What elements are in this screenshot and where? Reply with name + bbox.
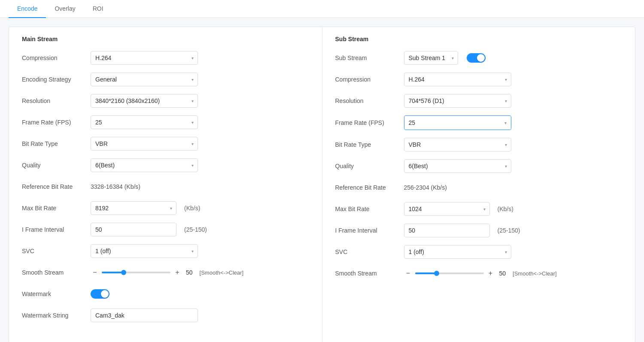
main-svc-select-wrapper: 1 (off) 2 3 4 ▾ <box>91 244 198 258</box>
sub-bit-rate-type-select-wrapper: VBR CBR ▾ <box>404 138 511 151</box>
sub-resolution-label: Resolution <box>335 97 404 104</box>
sub-compression-select[interactable]: H.264 H.265 MJPEG <box>404 73 511 86</box>
main-watermark-string-row: Watermark String <box>22 309 309 322</box>
main-max-bit-rate-label: Max Bit Rate <box>22 205 91 212</box>
main-smooth-stream-minus-button[interactable]: − <box>91 268 99 277</box>
sub-svc-select[interactable]: 1 (off) 2 3 4 <box>404 245 511 259</box>
main-frame-rate-select-wrapper: 25 15 10 5 ▾ <box>91 115 198 129</box>
tab-overlay[interactable]: Overlay <box>46 0 84 18</box>
main-bit-rate-type-label: Bit Rate Type <box>22 140 91 147</box>
main-smooth-stream-plus-button[interactable]: + <box>173 268 182 277</box>
main-smooth-stream-fill <box>102 272 122 273</box>
sub-compression-select-wrapper: H.264 H.265 MJPEG ▾ <box>404 73 511 86</box>
main-encoding-strategy-control: General Smart ▾ <box>91 73 198 86</box>
sub-i-frame-interval-input[interactable] <box>404 224 490 237</box>
main-encoding-strategy-select-wrapper: General Smart ▾ <box>91 73 198 86</box>
sub-bit-rate-type-select[interactable]: VBR CBR <box>404 138 511 151</box>
sub-bit-rate-type-label: Bit Rate Type <box>335 141 404 148</box>
sub-svc-label: SVC <box>335 248 404 255</box>
sub-frame-rate-control: 25 15 10 5 ▾ <box>404 115 511 130</box>
tab-roi[interactable]: ROI <box>84 0 112 18</box>
main-smooth-stream-label: Smooth Stream <box>22 269 91 276</box>
sub-smooth-stream-label: Smooth Stream <box>335 270 404 277</box>
sub-smooth-stream-thumb[interactable] <box>434 271 439 276</box>
sub-stream-enable-toggle[interactable] <box>467 53 486 63</box>
main-frame-rate-row: Frame Rate (FPS) 25 15 10 5 ▾ <box>22 115 309 129</box>
main-compression-select-wrapper: H.264 H.265 MJPEG ▾ <box>91 51 198 65</box>
sub-smooth-stream-plus-button[interactable]: + <box>486 269 495 278</box>
main-reference-bit-rate-row: Reference Bit Rate 3328-16384 (Kb/s) <box>22 180 309 194</box>
main-quality-select[interactable]: 6(Best) 5 4 3 2 1(Worst) <box>91 158 198 172</box>
sub-smooth-stream-fill <box>415 272 436 274</box>
main-svc-control: 1 (off) 2 3 4 ▾ <box>91 244 198 258</box>
tab-encode[interactable]: Encode <box>9 0 46 18</box>
main-encoding-strategy-row: Encoding Strategy General Smart ▾ <box>22 73 309 86</box>
main-watermark-slider <box>91 289 109 299</box>
main-compression-row: Compression H.264 H.265 MJPEG ▾ <box>22 51 309 65</box>
main-smooth-stream-track[interactable] <box>102 272 170 273</box>
content-area: Main Stream Compression H.264 H.265 MJPE… <box>0 18 644 342</box>
sub-resolution-control: 704*576 (D1) 352*288 (CIF) 640*480 ▾ <box>404 94 511 108</box>
main-max-bit-rate-unit: (Kb/s) <box>184 205 200 212</box>
main-smooth-stream-value: 50 <box>186 269 193 276</box>
main-svc-select[interactable]: 1 (off) 2 3 4 <box>91 244 198 258</box>
sub-frame-rate-select[interactable]: 25 15 10 5 <box>404 116 511 130</box>
sub-max-bit-rate-select[interactable]: 1024 512 256 <box>404 202 490 216</box>
main-max-bit-rate-select[interactable]: 8192 4096 2048 <box>91 201 176 215</box>
sub-resolution-select[interactable]: 704*576 (D1) 352*288 (CIF) 640*480 <box>404 94 511 108</box>
sub-compression-row: Compression H.264 H.265 MJPEG ▾ <box>335 73 623 86</box>
sub-reference-bit-rate-row: Reference Bit Rate 256-2304 (Kb/s) <box>335 181 623 194</box>
sub-max-bit-rate-control: 1024 512 256 ▾ (Kb/s) <box>404 202 513 216</box>
sub-smooth-stream-track[interactable] <box>415 272 484 274</box>
main-bit-rate-type-select[interactable]: VBR CBR <box>91 137 198 151</box>
main-reference-bit-rate-value: 3328-16384 (Kb/s) <box>91 183 140 190</box>
main-watermark-string-control <box>91 309 198 322</box>
sub-stream-enable-slider <box>467 53 486 63</box>
sub-svc-control: 1 (off) 2 3 4 ▾ <box>404 245 511 259</box>
main-watermark-toggle[interactable] <box>91 289 109 299</box>
sub-resolution-row: Resolution 704*576 (D1) 352*288 (CIF) 64… <box>335 94 623 108</box>
main-quality-label: Quality <box>22 162 91 169</box>
main-resolution-control: 3840*2160 (3840x2160) 2560*1440 1920*108… <box>91 94 198 108</box>
sub-i-frame-interval-row: I Frame Interval (25-150) <box>335 224 623 237</box>
sub-quality-label: Quality <box>335 163 404 169</box>
main-quality-row: Quality 6(Best) 5 4 3 2 1(Worst) ▾ <box>22 158 309 172</box>
sub-resolution-select-wrapper: 704*576 (D1) 352*288 (CIF) 640*480 ▾ <box>404 94 511 108</box>
main-resolution-select-wrapper: 3840*2160 (3840x2160) 2560*1440 1920*108… <box>91 94 198 108</box>
main-encoding-strategy-select[interactable]: General Smart <box>91 73 198 86</box>
main-frame-rate-label: Frame Rate (FPS) <box>22 119 91 126</box>
sub-smooth-stream-row: Smooth Stream − + 50 [Smooth<->Clear] <box>335 266 623 280</box>
sub-i-frame-interval-control: (25-150) <box>404 224 520 237</box>
page-container: Encode Overlay ROI Main Stream Compressi… <box>0 0 644 342</box>
sub-i-frame-interval-hint: (25-150) <box>498 227 520 234</box>
sub-stream-panel: Sub Stream Sub Stream Sub Stream 1 Sub S… <box>322 27 635 342</box>
main-i-frame-interval-input[interactable] <box>91 223 176 236</box>
sub-quality-select[interactable]: 6(Best) 5 4 3 2 1(Worst) <box>404 159 511 173</box>
sub-reference-bit-rate-label: Reference Bit Rate <box>335 184 404 191</box>
main-smooth-stream-row: Smooth Stream − + 50 [Smooth<->Clear] <box>22 266 309 279</box>
main-i-frame-interval-hint: (25-150) <box>184 226 207 233</box>
sub-stream-selector-row: Sub Stream Sub Stream 1 Sub Stream 2 ▾ <box>335 51 623 65</box>
main-resolution-label: Resolution <box>22 97 91 104</box>
sub-frame-rate-select-wrapper: 25 15 10 5 ▾ <box>404 115 511 130</box>
sub-reference-bit-rate-value: 256-2304 (Kb/s) <box>404 184 447 191</box>
main-reference-bit-rate-label: Reference Bit Rate <box>22 183 91 190</box>
main-encoding-strategy-label: Encoding Strategy <box>22 76 91 83</box>
main-compression-select[interactable]: H.264 H.265 MJPEG <box>91 51 198 65</box>
sub-stream-selector-control: Sub Stream 1 Sub Stream 2 ▾ <box>404 51 486 65</box>
main-quality-select-wrapper: 6(Best) 5 4 3 2 1(Worst) ▾ <box>91 158 198 172</box>
sub-smooth-stream-minus-button[interactable]: − <box>404 269 413 278</box>
main-watermark-string-label: Watermark String <box>22 312 91 319</box>
main-frame-rate-select[interactable]: 25 15 10 5 <box>91 115 198 129</box>
main-bit-rate-type-select-wrapper: VBR CBR ▾ <box>91 137 198 151</box>
sub-stream-select[interactable]: Sub Stream 1 Sub Stream 2 <box>404 51 458 65</box>
sub-svc-select-wrapper: 1 (off) 2 3 4 ▾ <box>404 245 511 259</box>
main-watermark-string-input[interactable] <box>91 309 198 322</box>
sub-max-bit-rate-row: Max Bit Rate 1024 512 256 ▾ (Kb/s) <box>335 202 623 216</box>
main-resolution-select[interactable]: 3840*2160 (3840x2160) 2560*1440 1920*108… <box>91 94 198 108</box>
main-smooth-stream-hint: [Smooth<->Clear] <box>200 269 244 276</box>
main-stream-title: Main Stream <box>22 36 309 42</box>
sub-frame-rate-row: Frame Rate (FPS) 25 15 10 5 ▾ <box>335 115 623 130</box>
main-smooth-stream-thumb[interactable] <box>121 270 126 275</box>
sub-bit-rate-type-row: Bit Rate Type VBR CBR ▾ <box>335 138 623 151</box>
